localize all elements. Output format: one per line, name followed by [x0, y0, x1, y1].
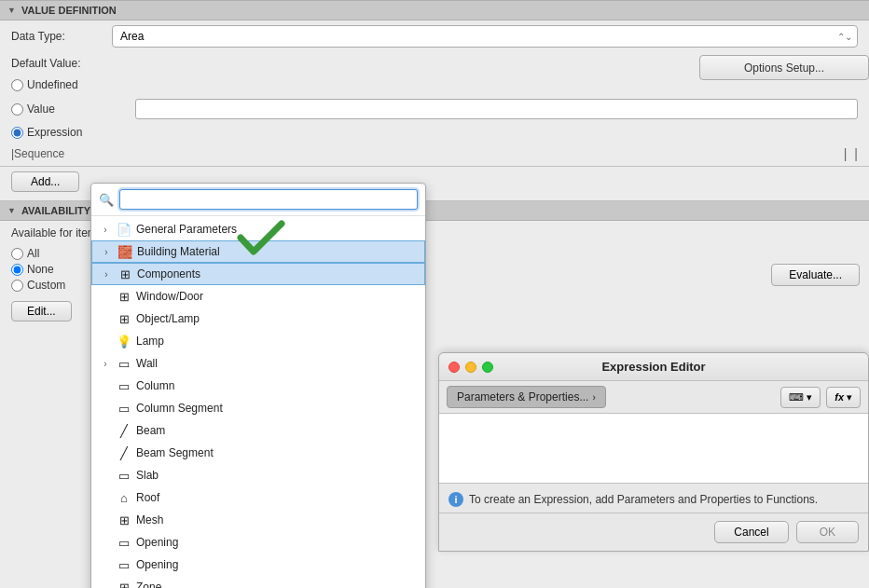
ok-button[interactable]: OK [796, 521, 859, 543]
value-radio-label: Value [11, 103, 55, 116]
info-icon: i [448, 492, 463, 507]
tree-item-beam-segment[interactable]: ╱Beam Segment [91, 442, 425, 464]
value-definition-header: ▼ VALUE DEFINITION [0, 0, 869, 21]
tree-list: ›📄General Parameters›🧱Building Material›… [91, 216, 425, 588]
traffic-lights [448, 362, 493, 373]
tree-label-mesh: Mesh [136, 513, 163, 526]
tree-item-column[interactable]: ▭Column [91, 375, 425, 397]
tree-icon-roof: ⌂ [116, 491, 132, 505]
cancel-button[interactable]: Cancel [714, 521, 788, 543]
tree-item-general-parameters[interactable]: ›📄General Parameters [91, 218, 425, 240]
keyboard-icon: ⌨ [789, 391, 804, 403]
collapse-chevron[interactable]: ▼ [7, 6, 16, 15]
params-chevron: › [592, 392, 595, 403]
tree-label-column-segment: Column Segment [136, 402, 223, 415]
data-type-select[interactable]: Area [112, 25, 858, 48]
tree-item-mesh[interactable]: ⊞Mesh [91, 509, 425, 531]
tree-chevron-components[interactable]: › [100, 269, 113, 280]
sequence-icon-2[interactable]: | [854, 146, 858, 161]
value-radio[interactable] [11, 103, 23, 116]
tree-label-slab: Slab [136, 469, 159, 482]
expression-editor: Expression Editor Parameters & Propertie… [438, 352, 869, 552]
tree-icon-slab: ▭ [116, 469, 132, 483]
dropdown-overlay: 🔍 ›📄General Parameters›🧱Building Materia… [90, 183, 426, 588]
undefined-radio-label: Undefined [11, 78, 78, 91]
maximize-button[interactable] [482, 362, 493, 373]
tree-icon-components: ⊞ [117, 267, 133, 281]
fx-dropdown-icon: ▾ [847, 391, 852, 403]
data-type-select-wrapper: Area [112, 25, 858, 48]
tree-item-lamp[interactable]: 💡Lamp [91, 330, 425, 352]
tree-icon-building-material: 🧱 [117, 245, 133, 259]
options-setup-button[interactable]: Options Setup... [699, 55, 869, 80]
tree-item-wall[interactable]: ›▭Wall [91, 352, 425, 375]
close-button[interactable] [448, 362, 460, 373]
keyboard-dropdown-icon: ▾ [807, 391, 812, 403]
tree-item-opening2[interactable]: ▭Opening [91, 554, 425, 576]
tree-label-lamp: Lamp [136, 335, 164, 348]
tree-icon-lamp: 💡 [116, 335, 132, 349]
tree-item-components[interactable]: ›⊞Components [91, 263, 425, 285]
tree-item-column-segment[interactable]: ▭Column Segment [91, 397, 425, 419]
params-properties-button[interactable]: Parameters & Properties... › [447, 386, 606, 408]
tree-chevron-building-material[interactable]: › [100, 247, 113, 257]
sequence-row: |Sequence | | [0, 142, 869, 167]
tree-label-window-door: Window/Door [136, 290, 203, 303]
tree-icon-column: ▭ [116, 379, 132, 393]
tree-icon-object-lamp: ⊞ [116, 312, 132, 326]
tree-label-components: Components [137, 267, 200, 280]
tree-item-object-lamp[interactable]: ⊞Object/Lamp [91, 308, 425, 330]
sequence-label: |Sequence [11, 147, 844, 160]
tree-item-building-material[interactable]: ›🧱Building Material [91, 240, 425, 263]
search-icon: 🔍 [99, 193, 114, 207]
availability-chevron[interactable]: ▼ [7, 206, 16, 215]
section-title: VALUE DEFINITION [21, 5, 117, 16]
tree-icon-column-segment: ▭ [116, 402, 132, 416]
tree-label-object-lamp: Object/Lamp [136, 312, 200, 325]
tree-icon-zone: ⊞ [116, 581, 132, 589]
fx-icon: fx [835, 391, 844, 403]
none-radio[interactable] [11, 264, 23, 276]
minimize-button[interactable] [465, 362, 476, 373]
fx-button[interactable]: fx ▾ [826, 387, 861, 408]
expr-info-row: i To create an Expression, add Parameter… [439, 486, 868, 513]
tree-chevron-wall[interactable]: › [99, 359, 112, 369]
custom-radio[interactable] [11, 280, 23, 292]
tree-label-building-material: Building Material [137, 245, 220, 258]
tree-item-window-door[interactable]: ⊞Window/Door [91, 285, 425, 308]
all-radio[interactable] [11, 248, 23, 260]
tree-label-beam: Beam [136, 424, 165, 437]
expr-toolbar: Parameters & Properties... › ⌨ ▾ fx ▾ [439, 381, 868, 414]
expression-radio[interactable] [11, 127, 23, 139]
keyboard-button[interactable]: ⌨ ▾ [780, 387, 821, 408]
expression-radio-label: Expression [11, 126, 82, 139]
default-value-label: Default Value: [11, 57, 104, 70]
add-button[interactable]: Add... [11, 171, 79, 192]
tree-label-general-parameters: General Parameters [136, 223, 237, 236]
sequence-icon-1[interactable]: | [844, 146, 848, 161]
evaluate-button[interactable]: Evaluate... [771, 264, 860, 286]
expr-footer: Cancel OK [439, 513, 868, 551]
tree-icon-mesh: ⊞ [116, 513, 132, 527]
tree-label-opening2: Opening [136, 558, 178, 571]
tree-item-roof[interactable]: ⌂Roof [91, 486, 425, 509]
expression-radio-row: Expression [0, 123, 869, 142]
value-input[interactable]: 0,00 [135, 99, 858, 119]
tree-icon-beam: ╱ [116, 424, 132, 438]
tree-item-opening1[interactable]: ▭Opening [91, 531, 425, 554]
edit-button[interactable]: Edit... [11, 301, 72, 321]
tree-item-beam[interactable]: ╱Beam [91, 419, 425, 442]
tree-icon-opening1: ▭ [116, 536, 132, 550]
data-type-row: Data Type: Area [0, 21, 869, 52]
tree-label-column: Column [136, 379, 174, 392]
tree-item-zone[interactable]: ⊞Zone [91, 576, 425, 588]
tree-label-roof: Roof [136, 491, 159, 504]
expr-editor-title: Expression Editor [601, 360, 705, 374]
info-text: To create an Expression, add Parameters … [469, 493, 818, 506]
undefined-radio[interactable] [11, 79, 23, 91]
expression-textarea[interactable] [439, 414, 868, 484]
tree-icon-window-door: ⊞ [116, 290, 132, 304]
search-input[interactable] [119, 189, 418, 210]
tree-item-slab[interactable]: ▭Slab [91, 464, 425, 486]
tree-chevron-general-parameters[interactable]: › [99, 225, 112, 235]
